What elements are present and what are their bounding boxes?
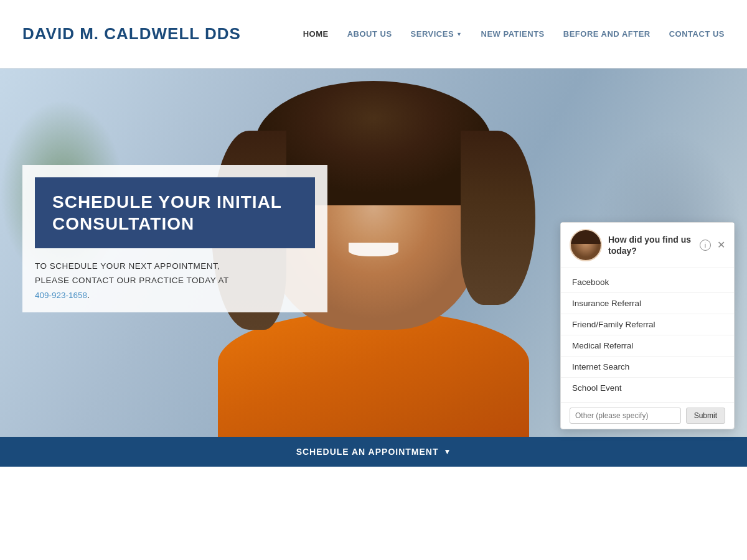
main-nav: HOME ABOUT US SERVICES ▼ NEW PATIENTS BE… (303, 29, 725, 39)
popup-option-internet[interactable]: Internet Search (561, 357, 734, 378)
popup-avatar-hair (571, 230, 601, 244)
hero-hair-right (461, 131, 535, 305)
popup-header: How did you find us today? i ✕ (561, 223, 734, 268)
nav-services[interactable]: SERVICES ▼ (411, 29, 463, 39)
popup-submit-button[interactable]: Submit (686, 408, 725, 424)
popup-option-insurance[interactable]: Insurance Referral (561, 293, 734, 314)
popup-close-button[interactable]: ✕ (717, 240, 725, 250)
consultation-title: SCHEDULE YOUR INITIAL CONSULTATION (52, 191, 298, 235)
consultation-overlay: SCHEDULE YOUR INITIAL CONSULTATION TO SC… (22, 165, 327, 312)
popup-option-friend-family[interactable]: Friend/Family Referral (561, 314, 734, 335)
nav-before-after[interactable]: BEFORE AND AFTER (563, 29, 651, 39)
bottom-bar-arrow-icon: ▼ (443, 447, 451, 456)
popup-question: How did you find us today? (608, 234, 693, 256)
site-logo[interactable]: DAVID M. CALDWELL DDS (22, 24, 241, 44)
popup-info-icon[interactable]: i (700, 240, 711, 251)
nav-new-patients[interactable]: NEW PATIENTS (481, 29, 545, 39)
hero-teeth (349, 243, 398, 256)
popup-footer: Submit (561, 402, 734, 429)
hero-phone-line: 409-923-1658. (35, 291, 315, 300)
nav-home[interactable]: HOME (303, 29, 329, 39)
nav-contact[interactable]: CONTACT US (669, 29, 725, 39)
bottom-bar-label: SCHEDULE AN APPOINTMENT (296, 447, 439, 457)
nav-about[interactable]: ABOUT US (347, 29, 392, 39)
find-us-popup: How did you find us today? i ✕ Facebook … (560, 222, 735, 429)
hero-text-block: TO SCHEDULE YOUR NEXT APPOINTMENT, PLEAS… (35, 248, 315, 300)
hero-section: SCHEDULE YOUR INITIAL CONSULTATION TO SC… (0, 68, 747, 467)
popup-other-input[interactable] (570, 408, 681, 424)
schedule-bottom-bar[interactable]: SCHEDULE AN APPOINTMENT ▼ (0, 437, 747, 467)
popup-avatar (570, 229, 602, 261)
services-dropdown-arrow: ▼ (456, 31, 462, 37)
header: DAVID M. CALDWELL DDS HOME ABOUT US SERV… (0, 0, 747, 68)
hero-subtitle: TO SCHEDULE YOUR NEXT APPOINTMENT, PLEAS… (35, 259, 315, 288)
popup-option-facebook[interactable]: Facebook (561, 272, 734, 293)
hero-phone-link[interactable]: 409-923-1658 (35, 291, 87, 300)
popup-options-list: Facebook Insurance Referral Friend/Famil… (561, 268, 734, 402)
consultation-box[interactable]: SCHEDULE YOUR INITIAL CONSULTATION (35, 177, 315, 248)
popup-option-medical[interactable]: Medical Referral (561, 335, 734, 357)
popup-option-school[interactable]: School Event (561, 378, 734, 398)
